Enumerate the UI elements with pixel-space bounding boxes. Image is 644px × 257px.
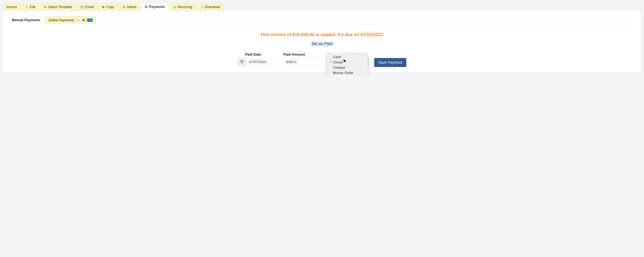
sub-tab-online-label: Online Payments — [48, 18, 74, 22]
tab-payments-label: Payments — [149, 5, 165, 9]
mastercard-badge-icon — [82, 18, 87, 22]
sub-tab-online-payments[interactable]: Online Payments VISA AMEX — [45, 16, 96, 24]
tab-email[interactable]: Email — [77, 3, 97, 11]
tab-download-label: Download — [205, 5, 220, 9]
tab-edit[interactable]: Edit — [22, 3, 39, 11]
dropdown-option-money-order[interactable]: Money Order — [327, 70, 368, 75]
sub-tab-manual-payments[interactable]: Manual Payments — [8, 16, 44, 24]
sub-tab-row: Manual Payments Online Payments VISA AME… — [8, 16, 636, 24]
tab-recurring-label: Recurring — [178, 5, 192, 9]
payment-method-dropdown: Cash Check Cheque Money Order Credit Car… — [327, 53, 368, 75]
dropdown-option-cash[interactable]: Cash — [327, 54, 368, 60]
tab-invoice[interactable]: Invoice — [3, 3, 20, 11]
tab-copy[interactable]: Copy — [98, 3, 118, 11]
pencil-icon — [25, 6, 28, 8]
clock-icon — [173, 6, 176, 8]
visa-badge-icon: VISA — [76, 18, 81, 22]
paid-date-group: Paid Date — [238, 52, 277, 66]
tab-copy-label: Copy — [106, 5, 114, 9]
payment-method-group: Payment Method Check Cash Check Cheque M… — [327, 52, 368, 66]
svg-rect-4 — [241, 61, 243, 63]
amex-badge-icon: AMEX — [87, 18, 92, 22]
sub-tab-manual-label: Manual Payments — [12, 18, 40, 22]
tab-invoice-label: Invoice — [6, 5, 17, 9]
set-as-paid-link[interactable]: Set as Paid — [312, 41, 332, 46]
paid-amount-input[interactable] — [283, 58, 321, 66]
tab-payments[interactable]: Payments — [142, 3, 168, 11]
primary-tab-row: Invoice Edit Select Template Email Copy … — [3, 3, 641, 11]
trash-icon — [122, 6, 126, 8]
tab-delete[interactable]: Delete — [119, 3, 140, 11]
tab-select-template-label: Select Template — [48, 5, 72, 9]
status-dot-icon — [145, 6, 148, 8]
calendar-picker-button[interactable] — [238, 58, 246, 66]
paid-date-input[interactable] — [246, 58, 277, 66]
payments-panel: Manual Payments Online Payments VISA AME… — [3, 10, 641, 72]
template-grid-icon — [44, 6, 47, 8]
dropdown-option-check[interactable]: Check — [327, 60, 368, 65]
payment-form-row: Paid Date Paid Amount Payment Method Che… — [8, 52, 636, 67]
tab-email-label: Email — [85, 5, 94, 9]
paid-amount-group: Paid Amount — [283, 52, 321, 66]
tab-recurring[interactable]: Recurring — [170, 3, 196, 11]
calendar-icon — [240, 60, 244, 64]
save-payment-button[interactable]: Save Payment — [374, 58, 406, 67]
dropdown-option-cheque[interactable]: Cheque — [327, 65, 368, 70]
tab-download[interactable]: Download — [197, 3, 224, 11]
invoice-status-message: This invoice of $15,000.00 is unpaid. It… — [8, 32, 636, 37]
tab-delete-label: Delete — [127, 5, 136, 9]
paid-date-label: Paid Date — [238, 52, 277, 56]
card-brand-badges: VISA AMEX — [76, 18, 92, 22]
envelope-icon — [80, 6, 84, 9]
tab-edit-label: Edit — [30, 5, 36, 9]
copy-icon — [102, 6, 105, 8]
paid-amount-label: Paid Amount — [283, 52, 321, 56]
tab-select-template[interactable]: Select Template — [40, 3, 76, 11]
download-arrow-icon — [200, 6, 204, 8]
